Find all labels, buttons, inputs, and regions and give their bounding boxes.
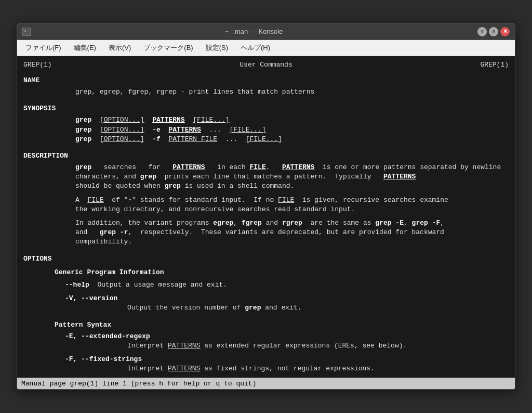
konsole-window: >_ ~ : man — Konsole ∨ ∧ ✕ ファイル(F) 編集(E)…: [17, 23, 515, 390]
status-bar-text: Manual page grep(1) line 1 (press h for …: [21, 380, 256, 388]
generic-program-info-title: Generic Program Information: [55, 268, 509, 277]
man-header: GREP(1) User Commands GREP(1): [23, 60, 509, 70]
description-para-1: grep searches for PATTERNS in each FILE.…: [75, 163, 501, 191]
description-para-2: A FILE of "-" stands for standard input.…: [75, 196, 501, 214]
option-extended-regexp-desc: Interpret PATTERNS as extended regular e…: [127, 341, 509, 351]
description-section-title: DESCRIPTION: [23, 151, 509, 161]
option-version: -V, --version Output the version number …: [65, 294, 509, 313]
menu-settings[interactable]: 設定(S): [204, 42, 230, 54]
menu-help[interactable]: ヘルプ(H): [238, 42, 272, 54]
terminal-content[interactable]: GREP(1) User Commands GREP(1) NAME grep,…: [17, 56, 515, 378]
header-right: GREP(1): [480, 60, 509, 70]
synopsis-line-3: grep [OPTION...] -f PATTERN_FILE ... [FI…: [75, 135, 509, 144]
synopsis-line-1: grep [OPTION...] PATTERNS [FILE...]: [75, 115, 509, 125]
window-title: ~ : man — Konsole: [31, 28, 477, 35]
synopsis-section-title: SYNOPSIS: [23, 104, 509, 113]
menu-view[interactable]: 表示(V): [107, 42, 133, 54]
menu-bookmarks[interactable]: ブックマーク(B): [141, 42, 195, 54]
name-section-title: NAME: [23, 76, 509, 85]
man-page: GREP(1) User Commands GREP(1) NAME grep,…: [17, 56, 515, 378]
pattern-syntax-title: Pattern Syntax: [55, 320, 509, 330]
minimize-button[interactable]: ∨: [477, 27, 487, 36]
menu-file[interactable]: ファイル(F): [23, 42, 63, 54]
status-bar: Manual page grep(1) line 1 (press h for …: [17, 378, 515, 389]
menubar: ファイル(F) 編集(E) 表示(V) ブックマーク(B) 設定(S) ヘルプ(…: [17, 40, 515, 56]
titlebar: >_ ~ : man — Konsole ∨ ∧ ✕: [17, 24, 515, 40]
menu-edit[interactable]: 編集(E): [72, 42, 98, 54]
header-left: GREP(1): [23, 60, 52, 70]
header-center: User Commands: [240, 60, 292, 70]
name-text: grep, egrep, fgrep, rgrep - print lines …: [75, 87, 509, 97]
option-version-desc: Output the version number of grep and ex…: [127, 303, 509, 313]
option-fixed-strings-desc: Interpret PATTERNS as fixed strings, not…: [127, 364, 509, 373]
titlebar-buttons: ∨ ∧ ✕: [477, 27, 510, 36]
maximize-button[interactable]: ∧: [489, 27, 498, 36]
close-button[interactable]: ✕: [500, 27, 510, 36]
titlebar-left: >_: [22, 28, 31, 36]
options-section-title: OPTIONS: [23, 254, 509, 264]
description-para-3: In addition, the variant programs egrep,…: [75, 218, 501, 247]
option-extended-regexp: -E, --extended-regexp Interpret PATTERNS…: [65, 332, 509, 351]
option-help: --help Output a usage message and exit.: [65, 280, 509, 290]
option-fixed-strings: -F, --fixed-strings Interpret PATTERNS a…: [65, 355, 509, 373]
terminal-icon: >_: [22, 28, 31, 36]
synopsis-line-2: grep [OPTION...] -e PATTERNS ... [FILE..…: [75, 125, 509, 135]
